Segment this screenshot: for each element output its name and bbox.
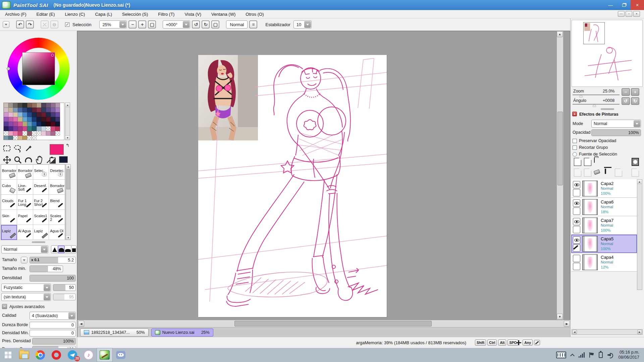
file-explorer-button[interactable]: [16, 348, 32, 362]
palette-swatch[interactable]: [8, 117, 13, 122]
new-layer-icon[interactable]: [574, 158, 581, 166]
palette-swatch[interactable]: [51, 117, 55, 122]
palette-swatch[interactable]: [32, 112, 37, 117]
panel-splitter-handle[interactable]: [32, 241, 45, 243]
menu-item[interactable]: Otros (O): [240, 10, 269, 18]
toolbar-menu-dropdown[interactable]: [3, 21, 9, 28]
scroll-left-icon[interactable]: ◀: [78, 321, 84, 327]
vscroll-thumb[interactable]: [557, 112, 563, 185]
rotate-ccw-button[interactable]: ↺: [192, 20, 200, 28]
palette-swatch[interactable]: [22, 136, 27, 140]
brush-slot[interactable]: Borrador: [49, 180, 65, 195]
palette-swatch[interactable]: [13, 103, 18, 108]
palette-swatch[interactable]: [27, 108, 32, 112]
layer-visibility-checkbox[interactable]: [573, 181, 580, 188]
palette-swatch[interactable]: [55, 108, 60, 112]
telegram-button[interactable]: 20: [64, 348, 80, 362]
palette-swatch[interactable]: [55, 112, 60, 117]
layer-visibility-checkbox[interactable]: [573, 255, 580, 262]
palette-swatch[interactable]: [18, 112, 22, 117]
undo-button[interactable]: ↶: [16, 20, 24, 28]
menu-item[interactable]: Selección (S): [117, 10, 153, 18]
layer-opacity-slider[interactable]: 100%: [591, 129, 641, 136]
palette-swatch[interactable]: [55, 126, 60, 131]
palette-swatch[interactable]: [27, 126, 32, 131]
clipping-group-checkbox[interactable]: [573, 145, 577, 150]
palette-swatch[interactable]: [27, 122, 32, 126]
volume-icon[interactable]: [607, 352, 613, 358]
palette-swatch[interactable]: [18, 136, 22, 140]
palette-swatch[interactable]: [55, 117, 60, 122]
brush-slot[interactable]: Borrador: [1, 165, 17, 180]
layer-row[interactable]: Capa2 Normal 100%: [571, 179, 637, 198]
angle-dropdown-icon[interactable]: [183, 21, 190, 28]
palette-swatch[interactable]: [41, 122, 46, 126]
palette-swatch[interactable]: [18, 117, 22, 122]
brush-slot[interactable]: Fur 1 Long: [17, 195, 33, 210]
redo-button[interactable]: ↷: [26, 20, 34, 28]
pressure-density-slider[interactable]: 100%: [32, 338, 76, 345]
palette-swatch[interactable]: [4, 117, 8, 122]
palette-swatch[interactable]: [4, 126, 8, 131]
document-tab[interactable]: 18922518_134347... 50%: [80, 328, 149, 337]
discord-button[interactable]: [113, 348, 129, 362]
minimize-button[interactable]: —: [604, 0, 617, 10]
palette-swatch[interactable]: [46, 122, 51, 126]
zoom-dropdown-icon[interactable]: [119, 21, 126, 28]
palette-swatch[interactable]: [18, 131, 22, 136]
layer-visibility-checkbox[interactable]: [573, 199, 580, 207]
clear-layer-icon[interactable]: [594, 169, 601, 177]
right-splitter-handle[interactable]: [601, 108, 614, 110]
palette-swatch[interactable]: [4, 136, 8, 140]
opera-button[interactable]: [48, 348, 64, 362]
sv-marker[interactable]: [51, 54, 54, 57]
palette-swatch[interactable]: [27, 136, 32, 140]
canvas-horizontal-scrollbar[interactable]: ◀ ▶: [77, 320, 571, 327]
action-center-flag-icon[interactable]: [589, 352, 594, 358]
layers-scroll-up-icon[interactable]: ▲: [637, 180, 642, 184]
palette-swatch[interactable]: [4, 122, 8, 126]
secondary-color-swatch[interactable]: [59, 156, 68, 163]
palette-swatch[interactable]: [55, 122, 60, 126]
brush-tip-peak-button[interactable]: [51, 245, 58, 253]
palette-swatch[interactable]: [37, 122, 41, 126]
brush-blend-combo[interactable]: Normal: [1, 245, 48, 253]
brush-tip-dome-button[interactable]: [58, 245, 65, 253]
brush-slot[interactable]: Papel: [17, 210, 33, 225]
clock[interactable]: 05:16 p.m. 08/06/2017: [618, 350, 639, 360]
menu-item[interactable]: Vista (V): [179, 10, 206, 18]
size-dropdown-button[interactable]: [21, 257, 28, 263]
close-button[interactable]: ×: [631, 0, 644, 10]
size-slider[interactable]: x 0.1 5.2: [30, 257, 76, 263]
rotate-reset-button[interactable]: ▢: [211, 20, 219, 28]
palette-swatch[interactable]: [46, 117, 51, 122]
nav-angle-marker[interactable]: [593, 104, 596, 107]
sai-taskbar-button[interactable]: [97, 348, 113, 362]
palette-swatch[interactable]: [55, 131, 60, 136]
menu-item[interactable]: Ventana (W): [206, 10, 240, 18]
color-wheel[interactable]: [7, 38, 70, 100]
layers-scroll-left-icon[interactable]: ◀: [572, 330, 577, 334]
lasso-tool-icon[interactable]: [13, 144, 22, 153]
grid-scroll-thumb[interactable]: [66, 169, 70, 189]
palette-swatch[interactable]: [22, 131, 27, 136]
palette-swatch[interactable]: [51, 112, 55, 117]
grid-scroll-up-icon[interactable]: ▲: [66, 165, 70, 169]
palette-swatch[interactable]: [13, 131, 18, 136]
transfer-down-icon[interactable]: [574, 169, 581, 177]
palette-swatch[interactable]: [22, 117, 27, 122]
palette-swatch[interactable]: [27, 131, 32, 136]
hand-tool-icon[interactable]: [35, 156, 44, 164]
min-density-slider[interactable]: 0: [30, 330, 76, 337]
layers-scrollbar[interactable]: ▲: [637, 179, 642, 290]
brush-slot[interactable]: Lapiz: [1, 225, 17, 240]
stabilizer-dropdown-icon[interactable]: [304, 21, 311, 28]
palette-swatch[interactable]: [37, 131, 41, 136]
tray-expand-icon[interactable]: [571, 354, 575, 358]
layer-mode-combo[interactable]: Normal: [591, 120, 641, 128]
menu-item[interactable]: Capa (L): [90, 10, 117, 18]
palette-swatch[interactable]: [13, 136, 18, 140]
palette-swatch[interactable]: [41, 108, 46, 112]
palette-swatch[interactable]: [51, 108, 55, 112]
rotate-cw-button[interactable]: ↻: [202, 20, 210, 28]
